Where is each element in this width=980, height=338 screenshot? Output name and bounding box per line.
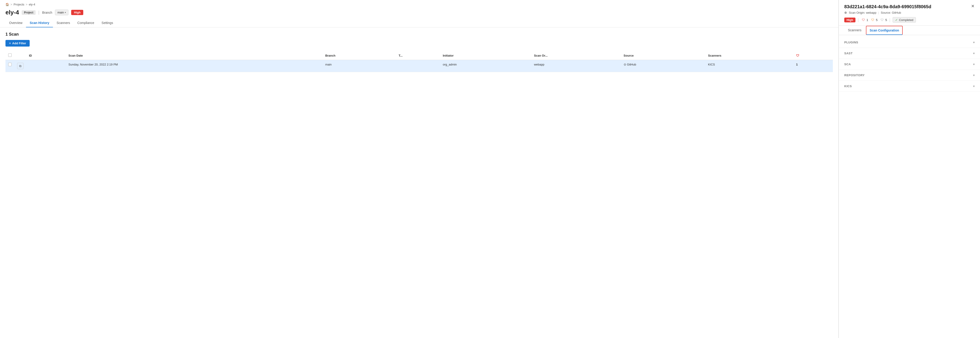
select-all-checkbox[interactable] — [8, 53, 12, 57]
accordion-sast-header[interactable]: SAST ▾ — [839, 48, 980, 59]
status-badge: ✓ Completed — [892, 17, 916, 22]
shield-gray-icon: 🛡 — [880, 18, 885, 22]
right-panel: ✕ 83d221a1-6824-4c9a-8da9-699015f8065d ⊕… — [838, 0, 980, 338]
scan-origin-row: ⊕ Scan Origin: webapp | Source: GitHub — [844, 11, 975, 14]
accordion-kics-header[interactable]: KICS ▾ — [839, 81, 980, 91]
chevron-sca-icon: ▾ — [973, 63, 975, 66]
stat-sep-2: | — [889, 18, 890, 22]
breadcrumb-project-name[interactable]: ely-4 — [29, 3, 35, 6]
row-id — [26, 60, 66, 72]
origin-separator: | — [878, 11, 879, 14]
tab-scanners[interactable]: Scanners — [53, 19, 74, 27]
accordion-list: PLUGINS ▾ SAST ▾ SCA ▾ REPOSITORY ▾ — [839, 35, 980, 338]
home-icon[interactable]: 🏠 — [5, 3, 9, 6]
accordion-repository-header[interactable]: REPOSITORY ▾ — [839, 70, 980, 81]
th-scan-date: Scan Date — [66, 51, 323, 60]
breadcrumb-sep-1: > — [11, 3, 12, 6]
branch-value: main — [57, 11, 64, 14]
th-checkbox — [5, 51, 14, 60]
accordion-plugins-label: PLUGINS — [844, 41, 858, 44]
inner-tabs: Scanners Scan Configuration — [839, 26, 980, 35]
github-icon: ⊙ — [624, 63, 627, 66]
shield-orange-icon: 🛡 — [870, 18, 875, 22]
th-scan-origin: Scan Or... — [531, 51, 621, 60]
row-source: ⊙ GitHub — [621, 60, 705, 72]
chevron-down-icon: ▾ — [65, 11, 66, 14]
tab-scanners-inner[interactable]: Scanners — [844, 26, 865, 35]
row-scan-origin: webapp — [531, 60, 621, 72]
right-panel-header: ✕ 83d221a1-6824-4c9a-8da9-699015f8065d ⊕… — [839, 0, 980, 26]
check-icon: ✓ — [895, 18, 898, 22]
row-initiator: org_admin — [440, 60, 531, 72]
critical-count: 1 — [867, 18, 868, 22]
stat-medium: 🛡 5 — [880, 18, 887, 22]
high-count: 5 — [876, 18, 878, 22]
th-severity: 🛡 — [794, 51, 833, 60]
stat-sep-1: | — [858, 18, 859, 22]
th-branch: Branch — [323, 51, 396, 60]
accordion-repository: REPOSITORY ▾ — [839, 70, 980, 81]
chevron-sast-icon: ▾ — [973, 52, 975, 55]
chevron-plugins-icon: ▾ — [973, 41, 975, 44]
accordion-plugins-header[interactable]: PLUGINS ▾ — [839, 37, 980, 48]
chevron-repository-icon: ▾ — [973, 74, 975, 77]
accordion-kics-label: KICS — [844, 84, 852, 88]
row-source-text: GitHub — [627, 63, 636, 66]
row-scanners: KICS — [705, 60, 794, 72]
tab-scan-history[interactable]: Scan History — [26, 19, 53, 27]
accordion-sast: SAST ▾ — [839, 48, 980, 59]
tab-settings[interactable]: Settings — [98, 19, 117, 27]
accordion-sca: SCA ▾ — [839, 59, 980, 70]
accordion-repository-label: REPOSITORY — [844, 73, 865, 77]
th-type: T... — [396, 51, 440, 60]
row-branch: main — [323, 60, 396, 72]
header-separator: | — [38, 10, 40, 15]
main-tabs: Overview Scan History Scanners Complianc… — [0, 19, 838, 27]
accordion-sca-header[interactable]: SCA ▾ — [839, 59, 980, 70]
accordion-sca-label: SCA — [844, 62, 851, 66]
stat-high: 🛡 5 — [870, 18, 878, 22]
severity-badge: High — [71, 10, 83, 15]
th-id: ID — [26, 51, 66, 60]
close-button[interactable]: ✕ — [971, 4, 975, 9]
stat-critical: 🛡 1 — [861, 18, 868, 22]
left-panel: 🏠 > Projects > ely-4 ely-4 Project | Bra… — [0, 0, 838, 338]
scan-count: 1 Scan — [5, 32, 833, 37]
medium-count: 5 — [885, 18, 887, 22]
th-scanners: Scanners — [705, 51, 794, 60]
row-severity-count: 1 — [794, 60, 833, 72]
filter-icon: ≡ — [9, 41, 11, 45]
project-badge: Project — [22, 10, 36, 15]
table-row[interactable]: ⧉ Sunday, November 20, 2022 2:19 PM main… — [5, 60, 833, 72]
main-content: 1 Scan ≡ Add Filter ID Scan Date Branch … — [0, 27, 838, 338]
stats-row: High | 🛡 1 🛡 5 🛡 5 | ✓ Completed — [844, 17, 975, 22]
globe-icon: ⊕ — [844, 11, 847, 14]
breadcrumb-sep-2: > — [26, 3, 28, 6]
add-filter-button[interactable]: ≡ Add Filter — [5, 40, 30, 46]
row-scan-date: Sunday, November 20, 2022 2:19 PM — [66, 60, 323, 72]
accordion-plugins: PLUGINS ▾ — [839, 37, 980, 48]
copy-icon[interactable]: ⧉ — [17, 63, 24, 69]
shield-red-icon: 🛡 — [861, 18, 866, 22]
th-source: Source — [621, 51, 705, 60]
accordion-kics: KICS ▾ — [839, 81, 980, 92]
scan-source-label: Source: GitHub — [881, 11, 901, 14]
tab-overview[interactable]: Overview — [5, 19, 26, 27]
row-checkbox[interactable] — [8, 63, 12, 66]
branch-selector[interactable]: main ▾ — [55, 10, 68, 15]
page-title: ely-4 — [5, 9, 19, 16]
scan-origin-label: Scan Origin: webapp — [849, 11, 877, 14]
scan-table: ID Scan Date Branch T... Initiator Scan … — [5, 51, 833, 72]
scan-id: 83d221a1-6824-4c9a-8da9-699015f8065d — [844, 4, 975, 10]
tab-compliance[interactable]: Compliance — [74, 19, 98, 27]
th-icon — [14, 51, 26, 60]
row-type — [396, 60, 440, 72]
th-initiator: Initiator — [440, 51, 531, 60]
status-label: Completed — [899, 18, 913, 22]
breadcrumb-projects[interactable]: Projects — [14, 3, 24, 6]
tab-scan-configuration[interactable]: Scan Configuration — [866, 26, 903, 35]
chevron-kics-icon: ▾ — [973, 84, 975, 88]
page-header: ely-4 Project | Branch main ▾ High — [0, 8, 838, 19]
branch-label: Branch — [42, 11, 52, 14]
breadcrumb: 🏠 > Projects > ely-4 — [0, 0, 838, 8]
